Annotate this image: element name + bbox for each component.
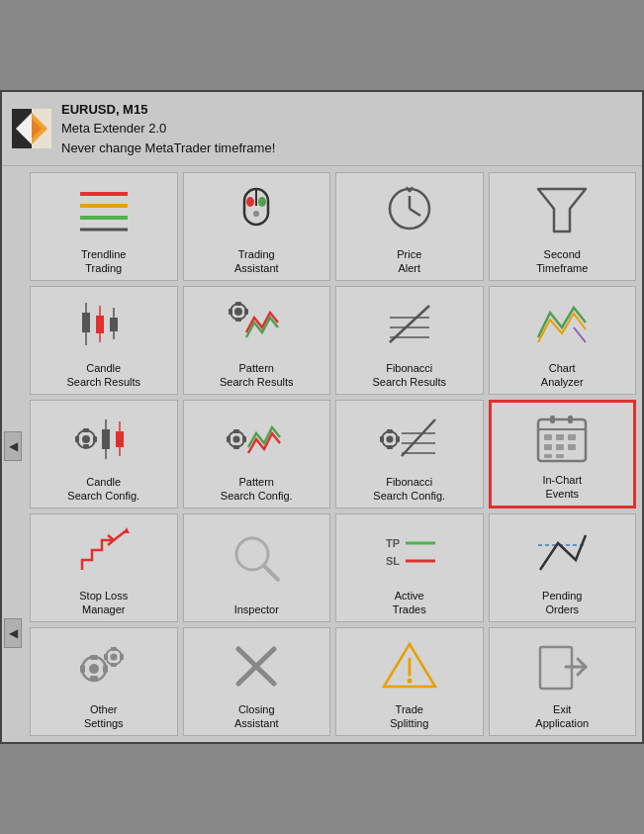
svg-rect-58 (396, 436, 400, 442)
fibonacci-search-config-label: FibonacciSearch Config. (373, 475, 445, 504)
pattern-search-results-label: PatternSearch Results (220, 361, 294, 390)
svg-rect-73 (550, 416, 555, 423)
stop-loss-manager-label: Stop LossManager (79, 589, 128, 617)
svg-rect-68 (544, 444, 552, 450)
chart-analyzer-button[interactable]: ChartAnalyzer (489, 286, 637, 395)
inspector-label: Inspector (234, 602, 279, 616)
closing-assistant-label: ClosingAssistant (234, 702, 279, 731)
exit-application-label: ExitApplication (535, 702, 589, 731)
fibonacci-search-results-label: FibonacciSearch Results (372, 361, 446, 390)
in-chart-events-button[interactable]: In-ChartEvents (489, 400, 637, 509)
trade-splitting-icon (340, 634, 479, 697)
svg-rect-70 (568, 444, 576, 450)
second-timeframe-icon (494, 179, 632, 242)
svg-rect-25 (110, 318, 118, 331)
svg-rect-92 (111, 647, 117, 651)
svg-rect-67 (568, 434, 576, 440)
svg-rect-66 (556, 434, 564, 440)
inspector-button[interactable]: Inspector (183, 513, 331, 622)
svg-rect-56 (387, 445, 393, 449)
svg-rect-42 (93, 436, 97, 442)
svg-marker-19 (538, 189, 586, 232)
svg-line-59 (402, 419, 435, 456)
fibonacci-search-config-button[interactable]: FibonacciSearch Config. (335, 400, 484, 509)
other-settings-button[interactable]: OtherSettings (30, 627, 178, 736)
svg-rect-93 (111, 663, 117, 667)
stop-loss-manager-button[interactable]: Stop LossManager (30, 513, 178, 622)
svg-line-78 (264, 566, 278, 580)
candle-search-config-label: CandleSearch Config. (67, 475, 139, 504)
trendline-trading-icon (35, 179, 173, 242)
pattern-search-results-button[interactable]: PatternSearch Results (183, 286, 331, 395)
svg-rect-23 (96, 316, 104, 333)
active-trades-label: ActiveTrades (393, 589, 426, 617)
trade-splitting-label: TradeSplitting (390, 702, 428, 731)
svg-rect-31 (244, 309, 248, 315)
header-symbol: EURUSD, M15 (61, 100, 275, 120)
svg-rect-71 (544, 454, 552, 458)
svg-point-38 (82, 435, 90, 443)
main-content: ◀ ◀ TrendlineTrading (2, 166, 642, 742)
svg-point-54 (386, 435, 393, 442)
exit-application-button[interactable]: ExitApplication (489, 627, 637, 736)
svg-line-18 (410, 187, 413, 192)
svg-rect-55 (387, 429, 393, 433)
svg-text:SL: SL (386, 555, 400, 567)
svg-rect-49 (233, 429, 239, 433)
fibonacci-search-results-button[interactable]: FibonacciSearch Results (335, 286, 484, 395)
in-chart-events-label: In-ChartEvents (542, 473, 582, 502)
pattern-search-config-button[interactable]: PatternSearch Config. (183, 400, 331, 509)
pattern-search-config-icon (188, 407, 326, 470)
pattern-search-results-icon (188, 293, 326, 356)
candle-search-config-icon (35, 407, 173, 470)
trading-assistant-button[interactable]: TradingAssistant (183, 172, 331, 281)
svg-point-13 (253, 211, 259, 217)
exit-application-icon (494, 634, 632, 697)
active-trades-button[interactable]: TP SL ActiveTrades (335, 513, 484, 622)
svg-rect-51 (227, 436, 230, 442)
price-alert-button[interactable]: PriceAlert (335, 172, 484, 281)
candle-search-results-icon (35, 293, 173, 356)
pending-orders-button[interactable]: PendingOrders (489, 513, 637, 622)
header: EURUSD, M15 Meta Extender 2.0 Never chan… (2, 92, 642, 167)
trendline-trading-label: TrendlineTrading (81, 247, 126, 276)
svg-rect-88 (80, 665, 85, 673)
trading-assistant-label: TradingAssistant (234, 247, 279, 276)
trade-splitting-button[interactable]: TradeSplitting (335, 627, 484, 736)
svg-rect-39 (83, 428, 89, 432)
svg-rect-46 (116, 431, 124, 447)
candle-search-results-label: CandleSearch Results (66, 361, 140, 390)
arrow-left-top[interactable]: ◀ (4, 431, 22, 461)
svg-point-85 (89, 664, 99, 674)
svg-rect-41 (75, 436, 79, 442)
svg-point-48 (233, 435, 240, 442)
svg-rect-28 (235, 302, 241, 306)
svg-marker-76 (124, 527, 130, 533)
svg-point-100 (407, 678, 412, 683)
svg-point-11 (246, 197, 254, 207)
pending-orders-icon (494, 520, 632, 584)
other-settings-icon (35, 634, 173, 697)
svg-rect-44 (102, 429, 110, 449)
active-trades-icon: TP SL (340, 520, 479, 584)
closing-assistant-button[interactable]: ClosingAssistant (183, 627, 331, 736)
header-product: Meta Extender 2.0 (61, 119, 275, 139)
trading-assistant-icon (188, 179, 326, 242)
trendline-trading-button[interactable]: TrendlineTrading (30, 172, 178, 281)
chart-analyzer-label: ChartAnalyzer (541, 361, 584, 390)
pattern-search-config-label: PatternSearch Config. (221, 475, 293, 504)
candle-search-results-button[interactable]: CandleSearch Results (30, 286, 178, 395)
candle-search-config-button[interactable]: CandleSearch Config. (30, 400, 178, 509)
svg-rect-86 (90, 655, 98, 660)
arrow-left-bottom[interactable]: ◀ (4, 618, 22, 648)
left-nav: ◀ ◀ (2, 166, 24, 742)
stop-loss-manager-icon (35, 520, 173, 584)
svg-rect-89 (103, 665, 108, 673)
second-timeframe-button[interactable]: SecondTimeframe (489, 172, 637, 281)
inspector-icon (188, 520, 326, 599)
header-warning: Never change MetaTrader timeframe! (61, 139, 275, 158)
svg-rect-95 (120, 654, 124, 660)
svg-point-91 (110, 653, 117, 660)
svg-line-36 (574, 327, 586, 342)
svg-rect-30 (229, 309, 232, 315)
